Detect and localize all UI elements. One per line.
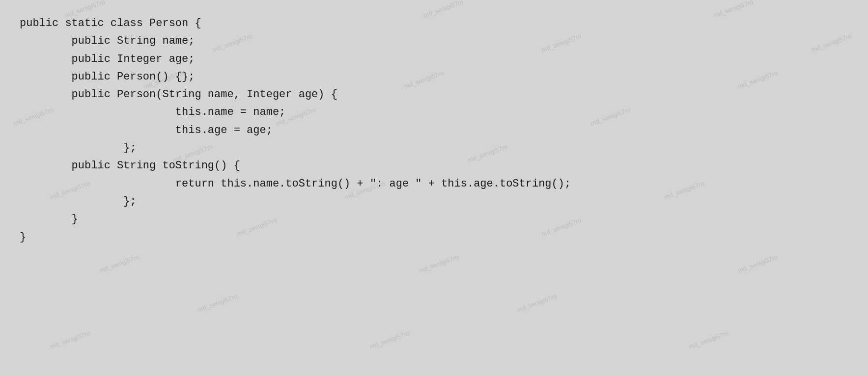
code-line-2: public String name;	[20, 32, 848, 50]
code-line-7: this.age = age;	[20, 122, 848, 139]
code-line-9: public String toString() {	[20, 157, 848, 175]
watermark: md_senigi57ro	[516, 293, 558, 314]
watermark: md_senigi57ro	[49, 329, 91, 350]
code-line-3: public Integer age;	[20, 51, 848, 68]
code-block: public static class Person { public Stri…	[20, 15, 848, 246]
code-line-6: this.name = name;	[20, 104, 848, 121]
code-line-12: }	[20, 211, 848, 228]
code-line-13: }	[20, 229, 848, 246]
code-line-4: public Person() {};	[20, 68, 848, 86]
watermark: md_senigi57ro	[688, 329, 729, 350]
code-container: public static class Person { public Stri…	[0, 0, 868, 375]
watermark: md_senigi57ro	[737, 253, 779, 274]
code-line-8: };	[20, 139, 848, 157]
code-line-11: };	[20, 193, 848, 211]
watermark: md_senigi57ro	[418, 253, 459, 274]
watermark: md_senigi57ro	[368, 329, 410, 350]
code-line-1: public static class Person {	[20, 15, 848, 32]
watermark: md_senigi57ro	[98, 253, 140, 274]
code-line-5: public Person(String name, Integer age) …	[20, 86, 848, 104]
code-line-10: return this.name.toString() + ": age " +…	[20, 175, 848, 193]
watermark: md_senigi57ro	[196, 293, 238, 314]
